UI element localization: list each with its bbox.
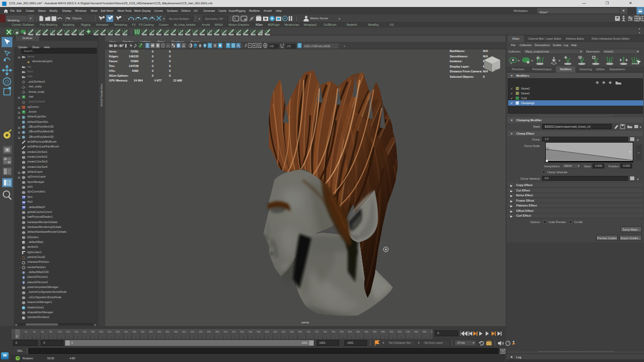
svg-text:740: 740 (323, 330, 327, 333)
svg-text:600: 600 (265, 330, 269, 333)
svg-text:900: 900 (390, 330, 394, 333)
svg-text:300: 300 (141, 330, 145, 333)
svg-text:580: 580 (257, 330, 261, 333)
svg-text:440: 440 (199, 330, 203, 333)
svg-text:400: 400 (182, 330, 187, 333)
svg-text:800: 800 (348, 330, 353, 333)
svg-text:240: 240 (116, 330, 120, 333)
svg-text:20: 20 (25, 330, 27, 333)
svg-text:▼: ▼ (636, 178, 639, 181)
svg-text:860: 860 (373, 330, 377, 333)
svg-text:680: 680 (298, 330, 303, 333)
svg-text:820: 820 (356, 330, 361, 333)
svg-text:640: 640 (282, 330, 286, 333)
svg-text:160: 160 (83, 330, 87, 333)
svg-text:420: 420 (191, 330, 195, 333)
svg-text:T: T (629, 151, 631, 154)
svg-text:140: 140 (75, 330, 79, 333)
svg-text:320: 320 (149, 330, 153, 333)
svg-text:360: 360 (166, 330, 170, 333)
svg-text:280: 280 (133, 330, 137, 333)
svg-text:RIGHT: RIGHT (494, 69, 501, 72)
svg-text:880: 880 (381, 330, 385, 333)
svg-text:720: 720 (315, 330, 319, 333)
svg-text:620: 620 (273, 330, 277, 333)
svg-text:460: 460 (207, 330, 211, 333)
svg-text:380: 380 (174, 330, 178, 333)
svg-text:760: 760 (332, 330, 336, 333)
svg-text:260: 260 (124, 330, 128, 333)
svg-text:960: 960 (414, 330, 419, 333)
svg-text:920: 920 (398, 330, 402, 333)
svg-text:980: 980 (423, 330, 427, 333)
svg-text:840: 840 (364, 330, 369, 333)
svg-text:▼: ▼ (558, 59, 561, 62)
svg-text:340: 340 (157, 330, 162, 333)
svg-text:780: 780 (340, 330, 344, 333)
svg-text:80: 80 (49, 330, 52, 333)
svg-text:940: 940 (406, 330, 411, 333)
svg-text:700: 700 (306, 330, 311, 333)
svg-text:480: 480 (215, 330, 219, 333)
svg-text:540: 540 (240, 330, 245, 333)
svg-text:▼: ▼ (517, 59, 520, 62)
svg-text:180: 180 (91, 330, 96, 333)
svg-text:500: 500 (224, 330, 228, 333)
svg-text:660: 660 (290, 330, 294, 333)
svg-text:▼: ▼ (636, 138, 639, 142)
svg-text:▼: ▼ (531, 59, 533, 62)
svg-text:0: 0 (16, 335, 18, 338)
svg-text:220: 220 (107, 330, 112, 333)
svg-text:560: 560 (248, 330, 253, 333)
svg-text:520: 520 (232, 330, 236, 333)
svg-text:60: 60 (41, 330, 44, 333)
svg-text:200: 200 (99, 330, 104, 333)
svg-text:120: 120 (66, 330, 70, 333)
svg-text:40: 40 (33, 330, 35, 333)
svg-text:100: 100 (58, 330, 62, 333)
svg-text:▼: ▼ (639, 125, 642, 129)
